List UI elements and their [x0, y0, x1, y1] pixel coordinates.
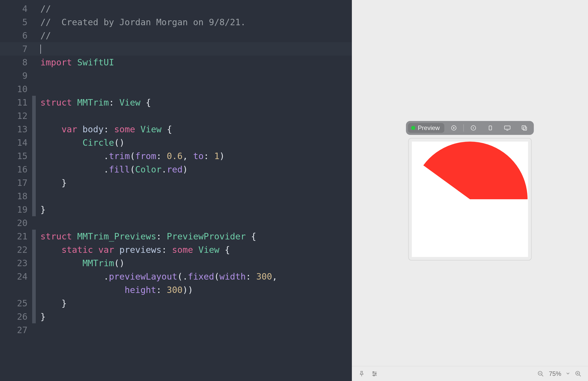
- code-line[interactable]: 20: [0, 216, 352, 230]
- code-content[interactable]: }: [40, 203, 46, 216]
- fold-ribbon[interactable]: [32, 270, 36, 283]
- device-button[interactable]: [483, 123, 498, 133]
- line-number: 6: [0, 29, 32, 42]
- fold-ribbon[interactable]: [32, 283, 36, 297]
- code-line[interactable]: 27: [0, 323, 352, 337]
- code-line[interactable]: height: 300)): [0, 283, 352, 297]
- fold-ribbon[interactable]: [32, 96, 36, 109]
- code-line[interactable]: 17 }: [0, 176, 352, 189]
- fold-ribbon[interactable]: [32, 109, 36, 123]
- fold-ribbon[interactable]: [32, 123, 36, 136]
- fold-ribbon[interactable]: [32, 310, 36, 323]
- code-content[interactable]: import SwiftUI: [40, 56, 114, 69]
- zoom-menu-chevron-icon[interactable]: [566, 371, 570, 376]
- code-content[interactable]: height: 300)): [40, 283, 193, 297]
- code-content[interactable]: static var previews: some View {: [40, 243, 230, 256]
- code-line[interactable]: 23 MMTrim(): [0, 256, 352, 270]
- code-content[interactable]: .previewLayout(.fixed(width: 300,: [40, 270, 277, 283]
- svg-line-17: [541, 375, 543, 376]
- preview-toolbar: Preview: [406, 121, 534, 135]
- code-content[interactable]: Circle(): [40, 136, 125, 149]
- preview-live-button[interactable]: Preview: [408, 123, 444, 133]
- preview-rendered-view: [412, 142, 528, 257]
- code-line[interactable]: 14 Circle(): [0, 136, 352, 149]
- code-line[interactable]: 10: [0, 82, 352, 96]
- code-content[interactable]: struct MMTrim_Previews: PreviewProvider …: [40, 230, 256, 243]
- code-line[interactable]: 19}: [0, 203, 352, 216]
- code-content[interactable]: MMTrim(): [40, 256, 125, 270]
- fold-ribbon[interactable]: [32, 163, 36, 176]
- code-content[interactable]: }: [40, 310, 46, 323]
- line-number: 4: [0, 2, 32, 15]
- svg-rect-4: [489, 126, 492, 130]
- code-line[interactable]: 12: [0, 109, 352, 123]
- adjustments-icon[interactable]: [371, 370, 378, 377]
- line-number: 18: [0, 189, 32, 203]
- code-line[interactable]: 7: [0, 42, 352, 56]
- zoom-out-button[interactable]: [537, 370, 544, 377]
- code-content[interactable]: .fill(Color.red): [40, 163, 188, 176]
- code-line[interactable]: 18: [0, 189, 352, 203]
- code-line[interactable]: 15 .trim(from: 0.6, to: 1): [0, 149, 352, 163]
- zoom-in-button[interactable]: [575, 370, 582, 377]
- fold-ribbon[interactable]: [32, 176, 36, 189]
- status-dot-icon: [411, 126, 415, 130]
- code-content[interactable]: //: [40, 2, 51, 15]
- code-content[interactable]: }: [40, 176, 67, 189]
- line-number: 19: [0, 203, 32, 216]
- code-line[interactable]: 26}: [0, 310, 352, 323]
- code-content[interactable]: //: [40, 29, 51, 42]
- fold-ribbon[interactable]: [32, 230, 36, 243]
- svg-line-20: [579, 375, 581, 376]
- code-content[interactable]: struct MMTrim: View {: [40, 96, 151, 109]
- code-line[interactable]: 25 }: [0, 297, 352, 310]
- line-number: 22: [0, 243, 32, 256]
- fold-ribbon[interactable]: [32, 189, 36, 203]
- code-content[interactable]: }: [40, 297, 67, 310]
- line-number: 20: [0, 216, 32, 230]
- fold-ribbon[interactable]: [32, 256, 36, 270]
- line-number: 5: [0, 15, 32, 29]
- line-number: 12: [0, 109, 32, 123]
- code-line[interactable]: 6//: [0, 29, 352, 42]
- canvas-bottom-bar: 75%: [352, 366, 588, 381]
- line-number: 21: [0, 230, 32, 243]
- preview-canvas-area[interactable]: Preview: [352, 0, 588, 366]
- fold-ribbon[interactable]: [32, 149, 36, 163]
- code-content[interactable]: [40, 42, 41, 56]
- fold-ribbon[interactable]: [32, 297, 36, 310]
- line-number: 23: [0, 256, 32, 270]
- rendered-circle-trim: [412, 142, 528, 257]
- variants-button[interactable]: [517, 123, 532, 133]
- code-content[interactable]: // Created by Jordan Morgan on 9/8/21.: [40, 15, 246, 29]
- code-line[interactable]: 22 static var previews: some View {: [0, 243, 352, 256]
- line-number: 26: [0, 310, 32, 323]
- code-line[interactable]: 5// Created by Jordan Morgan on 9/8/21.: [0, 15, 352, 29]
- svg-rect-7: [522, 126, 526, 129]
- on-device-button[interactable]: [500, 123, 515, 133]
- fold-ribbon[interactable]: [32, 203, 36, 216]
- code-line[interactable]: 21struct MMTrim_Previews: PreviewProvide…: [0, 230, 352, 243]
- code-line[interactable]: 11struct MMTrim: View {: [0, 96, 352, 109]
- code-line[interactable]: 24 .previewLayout(.fixed(width: 300,: [0, 270, 352, 283]
- line-number: 24: [0, 270, 32, 283]
- code-line[interactable]: 16 .fill(Color.red): [0, 163, 352, 176]
- toolbar-divider: [464, 124, 464, 132]
- line-number: 13: [0, 123, 32, 136]
- code-content[interactable]: var body: some View {: [40, 123, 172, 136]
- code-line[interactable]: 4//: [0, 2, 352, 15]
- fold-ribbon[interactable]: [32, 136, 36, 149]
- line-number: 27: [0, 323, 32, 337]
- line-number: 17: [0, 176, 32, 189]
- code-content[interactable]: .trim(from: 0.6, to: 1): [40, 149, 225, 163]
- line-number: 7: [0, 42, 32, 56]
- fold-ribbon[interactable]: [32, 243, 36, 256]
- code-editor[interactable]: 4//5// Created by Jordan Morgan on 9/8/2…: [0, 0, 352, 381]
- code-line[interactable]: 13 var body: some View {: [0, 123, 352, 136]
- play-button[interactable]: [447, 123, 461, 133]
- inspect-button[interactable]: [466, 123, 481, 133]
- code-line[interactable]: 9: [0, 69, 352, 82]
- code-line[interactable]: 8import SwiftUI: [0, 56, 352, 69]
- pin-icon[interactable]: [358, 370, 365, 377]
- preview-toolbar-label: Preview: [418, 124, 440, 132]
